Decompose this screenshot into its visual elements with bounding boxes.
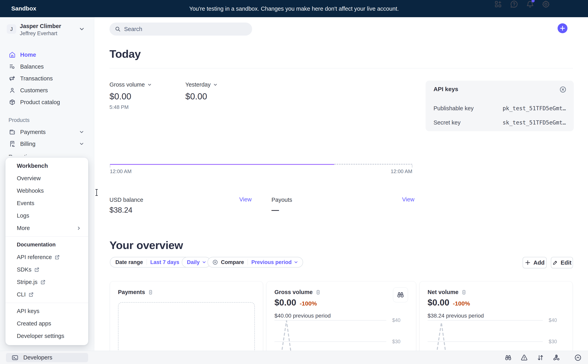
publishable-key-label: Publishable key <box>433 105 474 112</box>
sidebar-item-product-catalog[interactable]: Product catalog <box>0 96 94 108</box>
sidebar-item-billing[interactable]: Billing <box>0 138 94 150</box>
filter-label: Compare <box>221 259 244 265</box>
menu-item-label: SDKs <box>17 266 32 273</box>
card-change-badge: -100% <box>453 300 470 307</box>
sidebar-item-label: Payments <box>20 129 46 135</box>
info-icon[interactable] <box>315 290 321 295</box>
sidebar-item-payments[interactable]: Payments <box>0 126 94 138</box>
avatar: J <box>7 24 16 34</box>
menu-item-label: API reference <box>17 254 52 260</box>
account-name: Jasper Climber <box>20 23 61 29</box>
menu-item-cli[interactable]: CLI <box>6 288 88 301</box>
menu-item-label: Stripe.js <box>17 279 38 285</box>
chevron-down-icon[interactable] <box>79 141 84 147</box>
card-previous-period: $40.00 previous period <box>274 313 331 319</box>
filter-value: Last 7 days <box>150 259 179 265</box>
warning-icon[interactable] <box>520 354 528 361</box>
card-title: Payments <box>118 289 145 295</box>
card-previous-period: $38.24 previous period <box>427 313 484 319</box>
payouts-view-link[interactable]: View <box>402 196 414 203</box>
add-button[interactable]: Add <box>523 257 547 268</box>
compare-filter[interactable]: Compare Previous period <box>207 257 303 267</box>
sidebar-item-label: Customers <box>20 87 48 94</box>
webhook-icon[interactable] <box>553 354 560 361</box>
menu-item-api-reference[interactable]: API reference <box>6 251 88 263</box>
menu-item-label: Logs <box>17 212 29 219</box>
sidebar-item-label: Transactions <box>20 75 53 82</box>
menu-item-api-keys[interactable]: API keys <box>6 305 88 317</box>
info-icon[interactable] <box>461 290 467 295</box>
scroll-top-icon[interactable] <box>574 354 582 361</box>
menu-item-label: CLI <box>17 291 26 298</box>
explore-binoculars-button[interactable] <box>393 287 408 302</box>
card-title-row: Payments <box>118 289 153 295</box>
external-link-icon <box>34 267 39 272</box>
usd-balance-label: USD balance <box>110 197 143 203</box>
add-button-label: Add <box>533 260 544 266</box>
card-value-row: $0.00 -100% <box>274 298 317 307</box>
stripe-sandbox-dashboard: Sandbox You're testing in a sandbox. Cha… <box>0 0 588 364</box>
card-value-row: $0.00 -100% <box>427 298 470 307</box>
sidebar-item-transactions[interactable]: Transactions <box>0 72 94 84</box>
search-bar[interactable] <box>110 23 252 36</box>
ytick-30: $30 <box>549 339 562 344</box>
search-input[interactable] <box>124 26 243 32</box>
menu-header-documentation: Documentation <box>6 239 88 251</box>
divider <box>147 259 147 265</box>
close-icon[interactable] <box>559 86 567 93</box>
developers-button[interactable]: Developers <box>6 353 88 362</box>
notifications-bell-icon[interactable] <box>526 0 534 8</box>
secret-key-label: Secret key <box>433 119 461 126</box>
help-icon[interactable] <box>510 0 518 8</box>
sidebar-item-home[interactable]: Home <box>0 49 94 61</box>
filter-value: Daily <box>187 259 200 265</box>
interval-filter[interactable]: Daily <box>182 257 211 267</box>
menu-item-created-apps[interactable]: Created apps <box>6 317 88 330</box>
account-switcher[interactable]: J Jasper Climber Jeffrey Everhart <box>0 21 94 42</box>
chevron-down-icon[interactable] <box>79 129 84 135</box>
menu-item-label: Overview <box>17 175 41 182</box>
balances-icon <box>9 63 16 70</box>
sidebar-nav: Home Balances Transactions Customers <box>0 49 94 150</box>
remove-compare-icon[interactable] <box>212 259 218 265</box>
usd-balance-view-link[interactable]: View <box>239 196 252 203</box>
binoculars-icon[interactable] <box>504 354 512 361</box>
yesterday-label-row[interactable]: Yesterday <box>185 81 218 88</box>
chevron-down-icon <box>213 82 218 87</box>
edit-button[interactable]: Edit <box>551 257 573 268</box>
info-icon[interactable] <box>148 290 153 295</box>
menu-item-label: Created apps <box>17 320 51 327</box>
card-title: Net volume <box>427 289 458 295</box>
menu-item-overview[interactable]: Overview <box>6 172 88 185</box>
api-keys-title: API keys <box>433 86 458 92</box>
chevron-down-icon <box>79 26 85 32</box>
card-value: $0.00 <box>427 298 449 307</box>
developers-menu: Workbench Overview Webhooks Events Logs … <box>5 157 88 345</box>
menu-item-label: Developer settings <box>17 333 64 339</box>
external-link-icon <box>40 280 46 285</box>
sort-arrows-icon[interactable] <box>537 354 544 361</box>
chevron-right-icon <box>76 226 81 231</box>
menu-divider <box>6 236 88 237</box>
menu-item-stripejs[interactable]: Stripe.js <box>6 276 88 288</box>
sidebar-item-label: Product catalog <box>20 99 60 105</box>
menu-item-developer-settings[interactable]: Developer settings <box>6 330 88 342</box>
sidebar-item-customers[interactable]: Customers <box>0 84 94 96</box>
apps-grid-icon[interactable] <box>494 0 502 8</box>
menu-item-webhooks[interactable]: Webhooks <box>6 185 88 197</box>
ytick-40: $40 <box>392 317 406 323</box>
publishable-key-value[interactable]: pk_test_51TFD5eGmt… <box>503 105 566 112</box>
date-range-filter[interactable]: Date range Last 7 days <box>110 257 191 267</box>
menu-item-events[interactable]: Events <box>6 197 88 209</box>
sidebar-item-balances[interactable]: Balances <box>0 61 94 72</box>
secret-key-value[interactable]: sk_test_51TFD5eGmt… <box>503 119 566 126</box>
payouts-label: Payouts <box>271 197 292 203</box>
gross-volume-label-row[interactable]: Gross volume <box>110 81 152 88</box>
settings-gear-icon[interactable] <box>542 0 550 8</box>
create-plus-button[interactable] <box>558 23 568 33</box>
card-value: $0.00 <box>274 298 296 307</box>
menu-item-sdks[interactable]: SDKs <box>6 263 88 276</box>
product-catalog-icon <box>9 99 16 105</box>
menu-item-more[interactable]: More <box>6 222 88 234</box>
menu-item-logs[interactable]: Logs <box>6 209 88 222</box>
